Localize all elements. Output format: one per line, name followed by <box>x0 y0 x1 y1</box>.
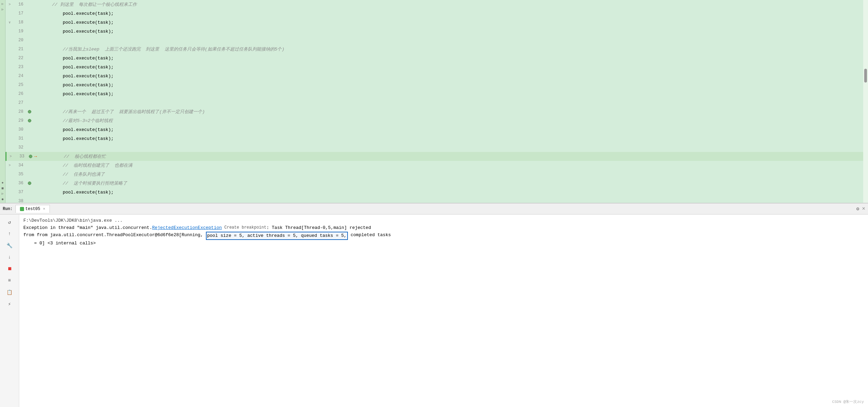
panel-settings-icon[interactable]: ⚙ <box>856 206 859 212</box>
fold-arrow-34[interactable]: > <box>7 163 12 168</box>
run-tab[interactable]: test05 × <box>15 205 50 213</box>
exception-link[interactable]: RejectedExecutionException <box>152 224 222 232</box>
settings-button[interactable]: 🔧 <box>5 241 14 250</box>
code-content-33: // 核心线程都在忙 <box>40 153 868 160</box>
line-number-32: 32 <box>12 145 26 150</box>
tab-label: test05 <box>25 207 40 211</box>
debug-arrow-33: → <box>34 154 40 159</box>
breakpoint-area-36[interactable] <box>26 182 33 185</box>
run-tab-bar: Run: test05 × ⚙ × <box>0 204 868 214</box>
code-content-31: pool.execute(task); <box>39 136 868 141</box>
line-number-23: 23 <box>12 65 26 69</box>
code-line-20: 20 <box>6 36 868 45</box>
line-number-31: 31 <box>12 136 26 141</box>
code-line-33: >33→ // 核心线程都在忙 <box>6 152 868 161</box>
code-line-36: 36 // 这个时候要执行拒绝策略了 <box>6 179 868 188</box>
vertical-scrollbar[interactable] <box>863 0 868 203</box>
bottom-panel: Run: test05 × ⚙ × ↺ ↑ 🔧 ↓ ⏹ ≡ 📋 ⚡ F:\Dev… <box>0 203 868 407</box>
completed-tasks: completed tasks <box>348 232 391 239</box>
line-number-34: 34 <box>12 163 26 168</box>
breakpoint-area-28[interactable] <box>26 110 33 113</box>
sidebar-icon-bottom-4[interactable]: ◉ <box>0 197 5 201</box>
clipboard-button[interactable]: 📋 <box>5 287 14 297</box>
line-number-30: 30 <box>12 127 26 132</box>
line-number-17: 17 <box>12 11 26 16</box>
from-label: from <box>23 232 37 239</box>
code-line-18: ∨18 pool.execute(task); <box>6 18 868 27</box>
fold-arrow-19 <box>7 29 12 34</box>
scrollbar-thumb[interactable] <box>864 69 867 82</box>
code-content-30: pool.execute(task); <box>39 127 868 132</box>
code-content-24: pool.execute(task); <box>39 74 868 79</box>
fold-arrow-38 <box>7 198 12 203</box>
tab-close-button[interactable]: × <box>43 207 45 211</box>
fold-arrow-37 <box>7 189 12 195</box>
fold-arrow-32 <box>7 145 12 150</box>
debug-arrow-29 <box>33 118 39 123</box>
code-line-26: 26 pool.execute(task); <box>6 89 868 98</box>
line-number-21: 21 <box>12 47 26 52</box>
exception-rest: : Task Thread[Thread-0,5,main] rejected <box>266 224 371 232</box>
code-content-37: pool.execute(task); <box>39 190 868 195</box>
code-content-16: // 到这里 每次都让一个核心线程来工作 <box>39 1 868 8</box>
debug-arrow-26 <box>33 91 39 97</box>
debug-arrow-34 <box>33 163 39 168</box>
sidebar-icon-bottom-3[interactable]: ▷ <box>0 191 5 196</box>
code-content-26: pool.execute(task); <box>39 91 868 97</box>
editor-area: ▷ ▷ ◈ ▦ ▷ ◉ >16 // 到这里 每次都让一个核心线程来工作17 p… <box>0 0 868 203</box>
menu-button[interactable]: ≡ <box>5 276 14 285</box>
console-toolbar: ↺ ↑ 🔧 ↓ ⏹ ≡ 📋 ⚡ <box>0 214 19 407</box>
sidebar-icon-2[interactable]: ▷ <box>0 7 5 12</box>
debug-arrow-21 <box>33 46 39 52</box>
thread-pool-prefix: from java.util.concurrent.ThreadPoolExec… <box>37 232 206 239</box>
fold-arrow-33[interactable]: > <box>8 154 13 159</box>
debug-arrow-20 <box>33 37 39 43</box>
line-number-26: 26 <box>12 91 26 96</box>
line-number-16: 16 <box>12 2 26 7</box>
line-number-24: 24 <box>12 74 26 78</box>
line-number-36: 36 <box>12 181 26 186</box>
code-line-32: 32 <box>6 143 868 152</box>
line-number-33: 33 <box>13 154 27 159</box>
line-number-27: 27 <box>12 100 26 105</box>
debug-arrow-30 <box>33 127 39 132</box>
down-button[interactable]: ↓ <box>5 252 14 262</box>
fold-arrow-27 <box>7 100 12 106</box>
code-content-25: pool.execute(task); <box>39 82 868 88</box>
fold-arrow-16[interactable]: > <box>7 2 12 7</box>
breakpoint-area-33[interactable] <box>27 155 34 158</box>
debug-arrow-35 <box>33 172 39 177</box>
tab-run-icon <box>20 207 24 211</box>
sidebar-icon-bottom-1[interactable]: ◈ <box>0 180 5 185</box>
rerun-button[interactable]: ↺ <box>5 217 14 227</box>
debug-arrow-37 <box>33 189 39 195</box>
line-number-37: 37 <box>12 190 26 195</box>
sidebar-icon-bottom-2[interactable]: ▦ <box>0 186 5 190</box>
panel-close-icon[interactable]: × <box>862 206 865 212</box>
breakpoint-dot-28[interactable] <box>28 110 31 113</box>
fold-arrow-18[interactable]: ∨ <box>7 20 12 25</box>
up-button[interactable]: ↑ <box>5 229 14 239</box>
sidebar-icon-1[interactable]: ▷ <box>0 1 5 6</box>
fold-arrow-25 <box>7 82 12 88</box>
fold-arrow-31 <box>7 136 12 141</box>
console-line-1: F:\DevTools\JDK\JDK8\bin\java.exe ... <box>23 217 864 224</box>
code-content-35: // 任务队列也满了 <box>39 171 868 177</box>
code-content-23: pool.execute(task); <box>39 65 868 70</box>
debug-arrow-24 <box>33 73 39 79</box>
line-number-19: 19 <box>12 29 26 34</box>
line-number-18: 18 <box>12 20 26 25</box>
breakpoint-dot-33[interactable] <box>29 155 32 158</box>
fold-arrow-29 <box>7 118 12 123</box>
left-sidebar: ▷ ▷ ◈ ▦ ▷ ◉ <box>0 0 6 203</box>
breakpoint-dot-36[interactable] <box>28 182 31 185</box>
fold-arrow-17 <box>7 11 12 16</box>
breakpoint-dot-29[interactable] <box>28 119 31 122</box>
csdn-watermark: CSDN @朱一次zcy <box>832 399 864 404</box>
lightning-button[interactable]: ⚡ <box>5 299 14 309</box>
code-lines: >16 // 到这里 每次都让一个核心线程来工作17 pool.execute(… <box>6 0 868 203</box>
breakpoint-area-29[interactable] <box>26 119 33 122</box>
stop-button[interactable]: ⏹ <box>5 264 14 274</box>
code-content-29: //最对5-3=2个临时线程 <box>39 118 868 124</box>
debug-arrow-36 <box>33 180 39 186</box>
